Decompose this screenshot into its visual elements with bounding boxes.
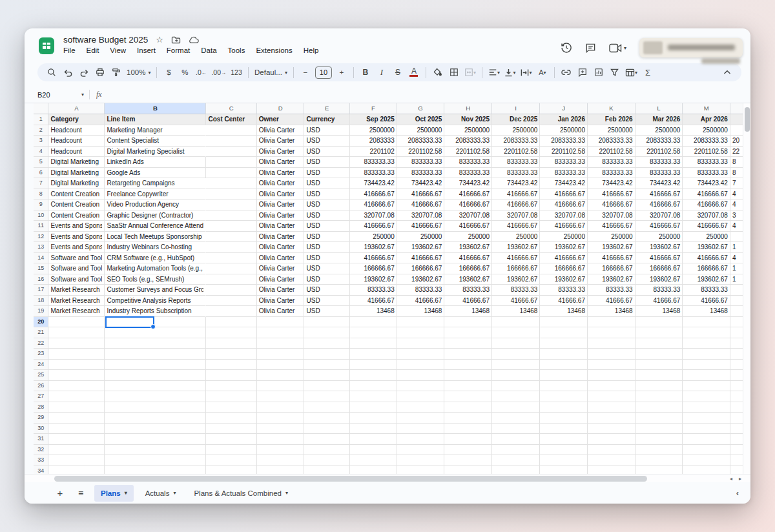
cell[interactable]: 83333.33 [444, 285, 492, 296]
cell[interactable]: Olivia Carter [257, 157, 305, 168]
cell[interactable] [206, 434, 256, 445]
row-header-4[interactable]: 4 [34, 147, 48, 158]
cell[interactable]: 416666.67 [540, 221, 588, 232]
cell[interactable]: 2201102.58 [397, 147, 445, 158]
cell[interactable]: 2500000 [350, 125, 397, 136]
cell[interactable]: 2201102.58 [636, 147, 683, 158]
cell[interactable]: LinkedIn Ads [105, 157, 206, 168]
cell[interactable]: 833333.33 [350, 157, 397, 168]
cell[interactable]: 193602.67 [636, 242, 683, 253]
cell[interactable] [397, 381, 445, 392]
cell[interactable]: 416666.67 [397, 200, 445, 210]
cell[interactable] [206, 296, 256, 307]
selected-cell-outline[interactable] [105, 316, 154, 328]
cell[interactable] [444, 391, 492, 402]
cell[interactable]: 416666.67 [588, 253, 636, 264]
column-header-L[interactable]: L [636, 103, 683, 114]
cell[interactable] [588, 360, 636, 371]
cell[interactable]: 41666.67 [540, 296, 588, 307]
cell[interactable] [397, 466, 445, 475]
star-icon[interactable]: ☆ [156, 35, 163, 45]
cell[interactable] [540, 338, 588, 349]
cell[interactable]: 13468 [636, 306, 683, 317]
cell[interactable] [206, 360, 256, 371]
cell[interactable] [257, 327, 305, 338]
cell[interactable]: USD [304, 147, 349, 158]
cell[interactable] [350, 370, 397, 381]
cell[interactable] [636, 466, 683, 475]
cell[interactable]: 416666.67 [683, 253, 730, 264]
cell[interactable] [492, 466, 540, 475]
cell[interactable] [304, 466, 349, 475]
cell[interactable]: 416666.67 [492, 253, 540, 264]
cell[interactable] [350, 445, 397, 456]
cell[interactable] [444, 317, 492, 328]
cell[interactable]: Content Creation [48, 210, 105, 221]
cell[interactable]: 2500000 [540, 125, 588, 136]
cell[interactable] [540, 327, 588, 338]
cell[interactable]: 416666.67 [350, 253, 397, 264]
text-color-button[interactable]: A [406, 65, 422, 80]
hide-menus-icon[interactable] [719, 65, 735, 80]
scroll-right-icon[interactable]: ▸ [739, 476, 741, 482]
cell[interactable] [206, 242, 256, 253]
cell[interactable] [588, 327, 636, 338]
cell[interactable]: 2201102.58 [492, 147, 540, 158]
cell[interactable] [492, 391, 540, 402]
cell[interactable] [206, 168, 256, 179]
cell[interactable]: Market Research [48, 285, 105, 296]
cell[interactable] [350, 402, 397, 413]
cell[interactable] [105, 402, 206, 413]
cell[interactable]: Olivia Carter [257, 178, 305, 189]
cell[interactable]: 416666.67 [492, 200, 540, 210]
cell[interactable]: Olivia Carter [257, 125, 305, 136]
cell[interactable] [540, 455, 588, 466]
cell[interactable] [444, 424, 492, 435]
cell[interactable] [492, 370, 540, 381]
cell[interactable] [350, 349, 397, 360]
cell[interactable] [48, 391, 105, 402]
menu-help[interactable]: Help [304, 46, 319, 54]
cell[interactable] [257, 413, 305, 424]
vertical-scrollbar-thumb[interactable] [745, 107, 750, 132]
cell[interactable]: USD [304, 200, 349, 210]
cell[interactable]: Olivia Carter [257, 306, 305, 317]
cell[interactable]: 416666.67 [540, 200, 588, 210]
cell[interactable] [105, 424, 206, 435]
cell[interactable]: 2201102.58 [444, 147, 492, 158]
cell[interactable]: 41666.67 [588, 296, 636, 307]
collapse-panel-icon[interactable]: ‹ [736, 482, 739, 504]
cell[interactable]: 193602.67 [444, 242, 492, 253]
merge-cells-icon[interactable]: ▾ [462, 65, 478, 80]
column-header-D[interactable]: D [257, 103, 305, 114]
cell[interactable]: Cost Center [206, 114, 256, 125]
cell[interactable] [105, 349, 206, 360]
cell[interactable] [304, 370, 349, 381]
cell[interactable] [257, 381, 305, 392]
row-header-22[interactable]: 22 [34, 338, 48, 349]
cell[interactable]: 416666.67 [350, 221, 397, 232]
cell[interactable] [206, 274, 256, 285]
cell[interactable] [588, 466, 636, 475]
cell[interactable]: 193602.67 [683, 242, 730, 253]
cell[interactable] [304, 391, 349, 402]
cell[interactable] [492, 360, 540, 371]
cell[interactable]: 833333.33 [540, 168, 588, 179]
cell[interactable] [444, 402, 492, 413]
cell[interactable]: 734423.42 [588, 178, 636, 189]
row-header-1[interactable]: 1 [34, 114, 48, 125]
cell[interactable]: 13468 [683, 306, 730, 317]
formula-input[interactable] [110, 87, 750, 103]
cell[interactable]: USD [304, 232, 349, 243]
menu-format[interactable]: Format [167, 46, 190, 54]
cell[interactable] [636, 317, 683, 328]
cell[interactable]: 193602.67 [540, 242, 588, 253]
cell[interactable] [206, 349, 256, 360]
cell[interactable] [444, 338, 492, 349]
cell[interactable] [444, 445, 492, 456]
row-header-32[interactable]: 32 [34, 445, 48, 456]
cell[interactable] [492, 402, 540, 413]
cell[interactable] [683, 370, 730, 381]
cell[interactable]: 250000 [444, 232, 492, 243]
cell[interactable] [48, 317, 105, 328]
